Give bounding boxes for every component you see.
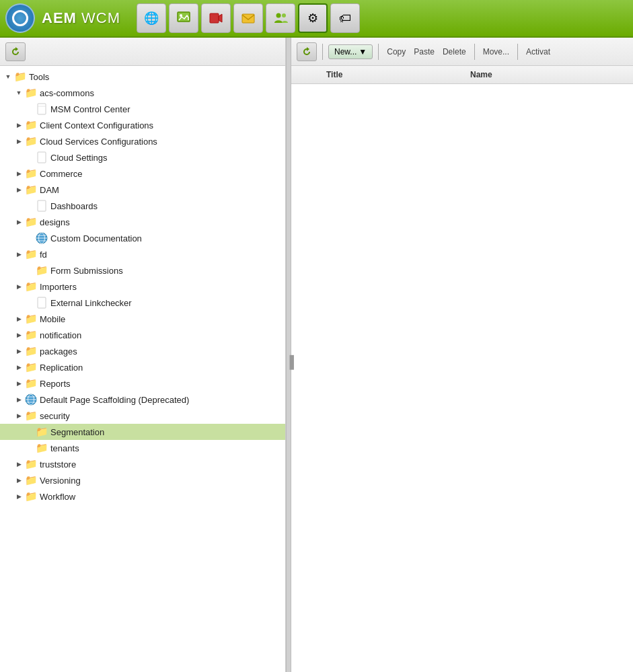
tree-label-commerce: Commerce (40, 169, 83, 179)
tree-item-commerce[interactable]: ▶ 📁 Commerce (0, 165, 285, 182)
paste-btn[interactable]: Paste (411, 47, 437, 57)
tree-item-importers[interactable]: ▶ 📁 Importers (0, 278, 285, 295)
tree-label-form-submissions: Form Submissions (50, 266, 123, 276)
tree-item-notification[interactable]: ▶ 📁 notification (0, 327, 285, 343)
tree-label-reports: Reports (40, 379, 71, 389)
folder-icon-form-submissions: 📁 (35, 264, 48, 276)
tree-item-external-linkchecker[interactable]: External Linkchecker (0, 295, 285, 311)
expand-packages[interactable]: ▶ (13, 346, 24, 357)
delete-btn[interactable]: Delete (440, 47, 469, 57)
expand-tools[interactable]: ▼ (3, 71, 13, 82)
tree-item-acs-commons[interactable]: ▼ 📁 acs-commons (0, 85, 285, 101)
expand-importers[interactable]: ▶ (13, 281, 24, 292)
tree-label-segmentation: Segmentation (50, 427, 104, 437)
tree-item-dam[interactable]: ▶ 📁 DAM (0, 182, 285, 198)
tree-item-cloud-services[interactable]: ▶ 📁 Cloud Services Configurations (0, 133, 285, 149)
expand-workflow[interactable]: ▶ (13, 491, 24, 502)
tree-label-external-linkchecker: External Linkchecker (50, 298, 132, 308)
new-dropdown-icon: ▼ (359, 47, 367, 57)
tree-label-notification: notification (40, 330, 81, 340)
expand-security[interactable]: ▶ (13, 410, 24, 421)
tree-label-client-context: Client Context Configurations (40, 120, 153, 130)
col-name-header: Name (465, 70, 633, 79)
people-toolbar-btn[interactable] (266, 3, 295, 33)
expand-client-context[interactable]: ▶ (13, 120, 24, 130)
file-icon-msm (35, 103, 48, 115)
main-container: ▼ 📁 Tools ▼ 📁 acs-commons MSM Control Ce… (0, 38, 633, 672)
expand-versioning[interactable]: ▶ (13, 475, 24, 486)
video-toolbar-btn[interactable] (201, 3, 231, 33)
new-btn-label: New... (334, 47, 357, 57)
tree-item-designs[interactable]: ▶ 📁 designs (0, 214, 285, 230)
expand-truststore[interactable]: ▶ (13, 459, 24, 470)
tree-item-packages[interactable]: ▶ 📁 packages (0, 343, 285, 359)
content-area (291, 84, 633, 672)
move-btn[interactable]: Move... (480, 47, 512, 57)
tree-item-mobile[interactable]: ▶ 📁 Mobile (0, 311, 285, 327)
globe-toolbar-btn[interactable]: 🌐 (137, 3, 166, 33)
expand-reports[interactable]: ▶ (13, 378, 24, 389)
svg-rect-7 (38, 104, 46, 114)
tree-item-security[interactable]: ▶ 📁 security (0, 408, 285, 424)
globe-icon-custom-doc (35, 232, 48, 244)
col-check-header (291, 70, 321, 79)
tree-label-importers: Importers (40, 282, 77, 292)
settings-toolbar-btn[interactable]: ⚙ (298, 3, 328, 33)
expand-cloud-services[interactable]: ▶ (13, 136, 24, 147)
splitter[interactable] (286, 38, 291, 672)
tree-item-segmentation[interactable]: 📁 Segmentation (0, 424, 285, 440)
tree-item-client-context[interactable]: ▶ 📁 Client Context Configurations (0, 117, 285, 133)
tree-item-tools[interactable]: ▼ 📁 Tools (0, 69, 285, 85)
new-btn[interactable]: New... ▼ (328, 44, 373, 59)
tree-label-acs: acs-commons (40, 88, 94, 98)
expand-replication[interactable]: ▶ (13, 362, 24, 373)
expand-notification[interactable]: ▶ (13, 330, 24, 340)
folder-icon-dam: 📁 (24, 184, 38, 196)
tag-toolbar-btn[interactable]: 🏷 (330, 3, 360, 33)
expand-mobile[interactable]: ▶ (13, 313, 24, 324)
tree-item-truststore[interactable]: ▶ 📁 truststore (0, 456, 285, 472)
tree-item-workflow[interactable]: ▶ 📁 Workflow (0, 488, 285, 505)
tree-item-dashboards[interactable]: Dashboards (0, 198, 285, 214)
tree-label-workflow: Workflow (40, 492, 75, 502)
toolbar-sep-4 (517, 44, 518, 60)
tree-item-versioning[interactable]: ▶ 📁 Versioning (0, 472, 285, 488)
tree-item-form-submissions[interactable]: 📁 Form Submissions (0, 262, 285, 278)
expand-acs[interactable]: ▼ (13, 87, 24, 98)
svg-point-6 (282, 13, 286, 17)
tree-label-dam: DAM (40, 185, 59, 195)
globe-icon-dps (24, 394, 38, 406)
tree-item-custom-doc[interactable]: Custom Documentation (0, 230, 285, 246)
svg-marker-3 (219, 14, 222, 22)
content-toolbar: New... ▼ Copy Paste Delete Move... Activ… (291, 38, 633, 66)
tree-item-default-page-scaffolding[interactable]: ▶ Default Page Scaffolding (Deprecated) (0, 391, 285, 408)
svg-rect-4 (242, 14, 254, 23)
expand-fd[interactable]: ▶ (13, 249, 24, 260)
email-toolbar-btn[interactable] (233, 3, 263, 33)
copy-btn[interactable]: Copy (384, 47, 408, 57)
tree-item-tenants[interactable]: 📁 tenants (0, 440, 285, 456)
activate-btn[interactable]: Activat (523, 47, 553, 57)
tree-label-dashboards: Dashboards (50, 201, 98, 211)
expand-dam[interactable]: ▶ (13, 184, 24, 195)
top-toolbar: AEM WCM 🌐 ⚙ 🏷 (0, 0, 633, 38)
tree-label-mobile: Mobile (40, 314, 65, 324)
svg-rect-9 (38, 200, 46, 211)
expand-dps[interactable]: ▶ (13, 394, 24, 405)
folder-icon-acs: 📁 (24, 87, 38, 99)
sidebar-refresh-btn[interactable] (5, 42, 26, 61)
folder-icon-workflow: 📁 (24, 490, 38, 502)
assets-toolbar-btn[interactable] (169, 3, 198, 33)
tree-item-replication[interactable]: ▶ 📁 Replication (0, 359, 285, 375)
svg-rect-15 (38, 297, 46, 308)
toolbar-sep-3 (474, 44, 475, 60)
folder-icon-mobile: 📁 (24, 313, 38, 325)
tree-item-msm[interactable]: MSM Control Center (0, 101, 285, 117)
tree-item-cloud-settings[interactable]: Cloud Settings (0, 149, 285, 165)
content-refresh-btn[interactable] (297, 42, 317, 61)
expand-designs[interactable]: ▶ (13, 217, 24, 227)
folder-icon-designs: 📁 (24, 216, 38, 228)
tree-item-fd[interactable]: ▶ 📁 fd (0, 246, 285, 262)
tree-item-reports[interactable]: ▶ 📁 Reports (0, 375, 285, 391)
expand-commerce[interactable]: ▶ (13, 168, 24, 179)
